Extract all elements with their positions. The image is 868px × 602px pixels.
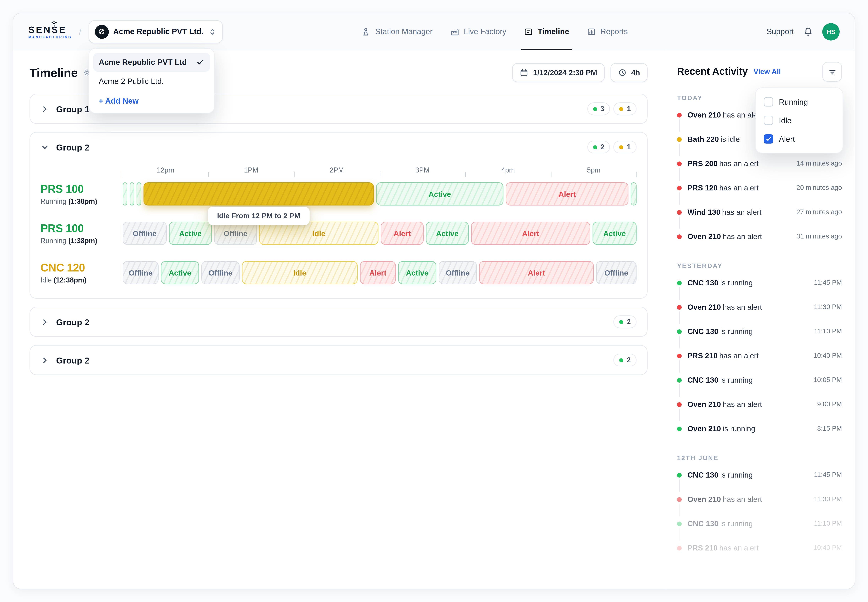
running-count-badge: 3 [587,103,610,115]
time-axis: 12pm 1PM 2PM 3PM 4pm 5pm [123,163,636,178]
segment-idle[interactable]: Idle [242,261,357,284]
segment-alert[interactable]: Alert [471,222,590,245]
segment-active[interactable] [631,182,636,206]
axis-tick: 4pm [465,163,551,178]
yellow-dot [620,145,623,149]
filter-option-alert[interactable]: Alert [761,130,838,148]
activity-item[interactable]: Oven 210has an alert 11:30 PM [677,296,842,320]
activity-item[interactable]: Oven 210has an alert 11:30 PM [677,488,842,512]
segment-offline[interactable]: Offline [123,222,167,245]
company-option-selected[interactable]: Acme Republic PVT Ltd [93,52,210,72]
group-header[interactable]: Group 2 2 [30,346,647,375]
view-all-link[interactable]: View All [754,68,781,76]
status-dot [677,186,682,190]
group-card: Group 2 2 [29,307,647,337]
machine-name: PRS 100 [40,183,117,195]
group-label: Group 1 [56,104,89,114]
segment-active[interactable]: Active [161,261,199,284]
checkbox-unchecked[interactable] [764,97,773,106]
checkbox-unchecked[interactable] [764,116,773,125]
green-dot [620,358,623,362]
activity-time: 11:45 PM [814,278,842,286]
company-option[interactable]: Acme 2 Public Ltd. [93,72,210,91]
segment-active[interactable] [136,182,141,206]
status-dot [677,522,682,526]
segment-alert[interactable]: Alert [506,182,629,206]
activity-item[interactable]: Wind 130has an alert 27 minutes ago [677,201,842,225]
company-selector[interactable]: Acme Republic PVT Ltd. [88,20,222,43]
segment-active[interactable]: Active [426,222,469,245]
segment-active[interactable] [130,182,134,206]
segment-alert[interactable]: Alert [479,261,594,284]
filter-option-idle[interactable]: Idle [761,111,838,130]
segment-active[interactable]: Active [376,182,503,206]
nav-item-station-manager[interactable]: Station Manager [361,13,432,50]
activity-filter-button[interactable] [822,62,842,81]
segment-active[interactable]: Active [398,261,436,284]
activity-text: CNC 130is running [687,327,809,337]
activity-item[interactable]: Oven 210has an alert 9:00 PM [677,393,842,417]
nav-item-live-factory[interactable]: Live Factory [450,13,506,50]
time-range-button[interactable]: 4h [610,63,647,82]
activity-time: 11:10 PM [814,327,842,335]
axis-tick: 5pm [551,163,636,178]
activity-item[interactable]: CNC 130is running 11:10 PM [677,320,842,344]
activity-item[interactable]: PRS 210has an alert 10:40 PM [677,344,842,369]
chevron-down-icon [40,143,49,152]
activity-time: 11:30 PM [814,494,842,502]
segment-idle-selected[interactable]: Idle From 12 PM to 2 PM [144,182,374,206]
activity-item[interactable]: CNC 130is running 11:10 PM [677,512,842,537]
segment-offline[interactable]: Offline [123,261,158,284]
group-header[interactable]: Group 2 2 1 [30,132,647,161]
time-range-value: 4h [631,68,640,77]
status-dot [677,281,682,286]
user-avatar[interactable]: HS [822,23,840,40]
segment-active[interactable]: Active [592,222,636,245]
checkbox-checked[interactable] [764,134,773,144]
activity-item[interactable]: PRS 200has an alert 14 minutes ago [677,152,842,177]
notifications-button[interactable] [803,27,813,37]
chevron-right-icon [40,356,49,364]
timeline-icon [524,27,533,36]
activity-item[interactable]: PRS 120has an alert 20 minutes ago [677,177,842,201]
running-count-badge: 2 [613,315,636,328]
segment-active[interactable]: Active [169,222,212,245]
axis-tick: 3PM [380,163,465,178]
nav-item-timeline[interactable]: Timeline [524,13,569,50]
calendar-icon [520,68,529,77]
segment-offline[interactable]: Offline [596,261,636,284]
segment-idle[interactable]: Idle [259,222,379,245]
segment-offline[interactable]: Offline [214,222,257,245]
machine-name: PRS 100 [40,222,117,235]
filter-option-running[interactable]: Running [761,93,838,111]
add-company-button[interactable]: + Add New [93,91,210,109]
activity-item[interactable]: Oven 210has an alert 31 minutes ago [677,225,842,249]
group-header[interactable]: Group 2 2 [30,307,647,336]
main-area: Timeline 1/12/2024 2:30 PM 4h [13,51,855,589]
segment-offline[interactable]: Offline [201,261,239,284]
status-dot [677,329,682,334]
activity-item[interactable]: CNC 130is running 11:45 PM [677,464,842,488]
segment-offline[interactable]: Offline [439,261,477,284]
live-factory-icon [450,27,459,36]
activity-item[interactable]: CNC 130is running 10:05 PM [677,369,842,393]
company-option-label: Acme 2 Public Ltd. [99,77,164,86]
datetime-picker-button[interactable]: 1/12/2024 2:30 PM [512,63,605,82]
activity-item[interactable]: CNC 130is running 11:45 PM [677,272,842,296]
activity-item[interactable]: Oven 210is running 8:15 PM [677,417,842,442]
status-dot [677,113,682,118]
header-left: SENSE MANUFACTURING / Acme Republic PVT … [28,13,222,50]
activity-time: 11:10 PM [814,519,842,527]
segment-alert[interactable]: Alert [381,222,423,245]
activity-filter-dropdown: Running Idle Alert [755,88,843,154]
segment-active[interactable] [123,182,127,206]
green-dot [593,145,597,149]
support-link[interactable]: Support [767,27,794,36]
nav-item-reports[interactable]: Reports [587,13,628,50]
activity-text: PRS 120has an alert [687,183,792,194]
clock-icon [618,68,627,77]
nav-label: Live Factory [464,27,506,36]
segment-alert[interactable]: Alert [360,261,396,284]
machine-status: Running (1:38pm) [40,236,117,245]
activity-item[interactable]: PRS 210has an alert 10:40 PM [677,537,842,561]
